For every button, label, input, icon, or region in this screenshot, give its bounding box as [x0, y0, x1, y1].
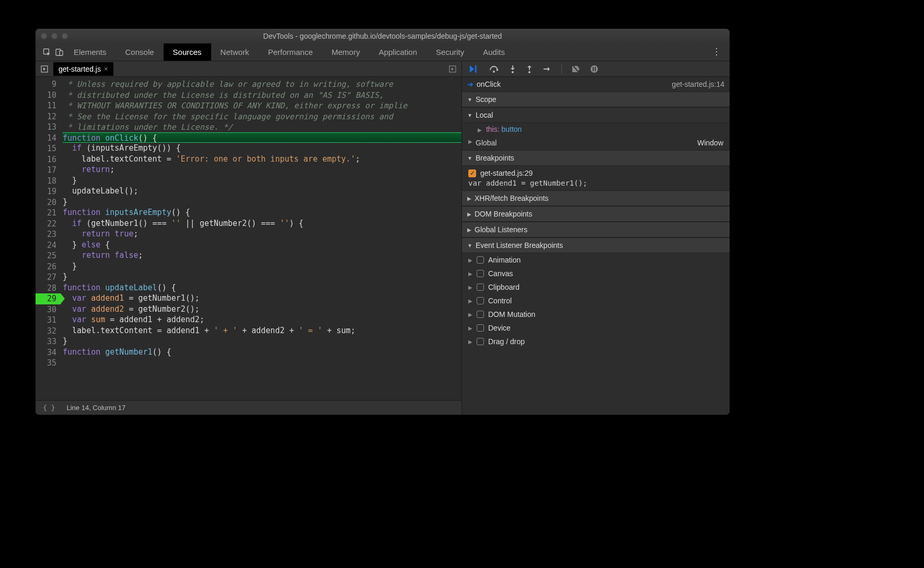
svg-rect-10 [593, 67, 594, 71]
debugger-controls [462, 61, 730, 77]
file-tab[interactable]: get-started.js × [53, 62, 113, 76]
scope-local-header[interactable]: ▼Local [462, 107, 730, 123]
breakpoint-label: get-started.js:29 [480, 169, 533, 177]
svg-rect-2 [60, 51, 63, 55]
event-category-checkbox[interactable] [477, 270, 484, 277]
event-category-drag-drop[interactable]: ▶Drag / drop [462, 335, 730, 348]
event-category-checkbox[interactable] [477, 256, 484, 264]
event-category-control[interactable]: ▶Control [462, 294, 730, 308]
more-options-icon[interactable]: ⋯ [711, 47, 723, 58]
event-category-checkbox[interactable] [477, 297, 484, 304]
tab-performance[interactable]: Performance [259, 43, 322, 61]
dom-breakpoints-header[interactable]: ▶DOM Breakpoints [462, 206, 730, 222]
cursor-position: Line 14, Column 17 [66, 404, 125, 412]
svg-point-7 [512, 71, 514, 73]
tab-network[interactable]: Network [211, 43, 259, 61]
show-debugger-icon[interactable] [449, 65, 456, 73]
event-listener-breakpoints-header[interactable]: ▼Event Listener Breakpoints [462, 237, 730, 253]
scope-global-header[interactable]: ▶GlobalWindow [462, 135, 730, 150]
debugger-sidebar: ➔ onClick get-started.js:14 ▼Scope ▼Loca… [462, 61, 730, 415]
event-category-animation[interactable]: ▶Animation [462, 253, 730, 267]
device-toolbar-icon[interactable] [55, 48, 64, 56]
code-area[interactable]: * Unless required by applicable law or a… [61, 77, 461, 400]
line-gutter[interactable]: 9101112131415161718192021222324252627282… [36, 77, 61, 400]
event-category-checkbox[interactable] [477, 338, 484, 345]
pause-on-exceptions-button[interactable] [590, 65, 598, 73]
event-category-device[interactable]: ▶Device [462, 321, 730, 335]
scope-pane-header[interactable]: ▼Scope [462, 92, 730, 107]
event-category-checkbox[interactable] [477, 324, 484, 332]
file-tab-bar: get-started.js × [36, 61, 461, 77]
tab-audits[interactable]: Audits [473, 43, 514, 61]
code-editor[interactable]: 9101112131415161718192021222324252627282… [36, 77, 461, 400]
deactivate-breakpoints-button[interactable] [571, 65, 581, 73]
event-category-canvas[interactable]: ▶Canvas [462, 267, 730, 280]
resume-button[interactable] [469, 65, 480, 73]
xhr-breakpoints-header[interactable]: ▶XHR/fetch Breakpoints [462, 190, 730, 206]
event-category-dom-mutation[interactable]: ▶DOM Mutation [462, 308, 730, 321]
step-out-button[interactable] [526, 65, 533, 73]
panel-tabs: ElementsConsoleSourcesNetworkPerformance… [36, 43, 730, 61]
sources-panel: get-started.js × 91011121314151617181920… [36, 61, 462, 415]
window-title: DevTools - googlechrome.github.io/devtoo… [36, 32, 730, 40]
global-listeners-header[interactable]: ▶Global Listeners [462, 222, 730, 237]
svg-rect-5 [475, 65, 477, 73]
devtools-window: DevTools - googlechrome.github.io/devtoo… [36, 29, 730, 415]
tab-memory[interactable]: Memory [322, 43, 369, 61]
frame-location: get-started.js:14 [672, 80, 724, 88]
show-navigator-icon[interactable] [41, 65, 48, 73]
tab-application[interactable]: Application [369, 43, 426, 61]
tab-console[interactable]: Console [116, 43, 164, 61]
pretty-print-icon[interactable]: { } [43, 404, 55, 412]
window-titlebar: DevTools - googlechrome.github.io/devtoo… [36, 29, 730, 43]
tab-elements[interactable]: Elements [64, 43, 116, 61]
frame-function: onClick [477, 80, 501, 88]
inspect-element-icon[interactable] [43, 48, 51, 56]
step-over-button[interactable] [489, 65, 500, 73]
tab-sources[interactable]: Sources [164, 43, 211, 61]
svg-point-8 [528, 71, 530, 73]
breakpoints-pane-header[interactable]: ▼Breakpoints [462, 150, 730, 166]
tab-security[interactable]: Security [426, 43, 473, 61]
breakpoint-code: var addend1 = getNumber1(); [468, 177, 723, 187]
scope-this-row[interactable]: ▶ this: button [462, 123, 730, 135]
step-into-button[interactable] [509, 65, 516, 73]
breakpoint-item[interactable]: ✓get-started.js:29 var addend1 = getNumb… [462, 166, 730, 190]
step-button[interactable] [542, 65, 552, 73]
svg-point-6 [493, 71, 495, 73]
svg-point-9 [591, 65, 598, 73]
event-category-checkbox[interactable] [477, 311, 484, 318]
file-tab-label: get-started.js [59, 65, 101, 73]
call-stack-frame[interactable]: ➔ onClick get-started.js:14 [462, 77, 730, 92]
editor-status-bar: { } Line 14, Column 17 [36, 400, 461, 415]
current-frame-icon: ➔ [467, 80, 473, 88]
event-category-checkbox[interactable] [477, 283, 484, 291]
event-category-clipboard[interactable]: ▶Clipboard [462, 280, 730, 294]
svg-rect-11 [595, 67, 596, 71]
close-tab-icon[interactable]: × [104, 65, 108, 73]
breakpoint-checkbox[interactable]: ✓ [468, 169, 476, 177]
